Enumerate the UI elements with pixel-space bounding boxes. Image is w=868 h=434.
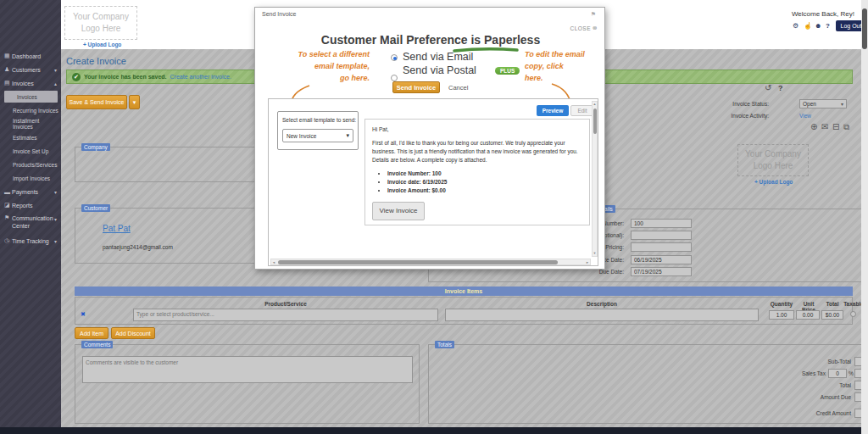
template-select-box: Select email template to send: New Invoi… — [277, 111, 359, 150]
help-icon[interactable]: ? — [826, 22, 830, 30]
plus-badge: PLUS — [495, 67, 520, 75]
sidebar-subitem-invoice-set-up[interactable]: Invoice Set Up — [0, 145, 61, 157]
sidebar-subitem-invoices[interactable]: Invoices — [4, 91, 58, 103]
horizontal-scroll-thumb[interactable] — [278, 260, 558, 264]
scroll-right-arrow[interactable]: ► — [586, 260, 589, 264]
gear-icon[interactable]: ⚙ — [793, 22, 798, 30]
save-send-invoice-button[interactable]: Save & Send Invoice — [66, 95, 127, 109]
panel-horizontal-scrollbar[interactable]: ◄ ► — [270, 259, 591, 265]
template-value: New Invoice — [287, 133, 316, 139]
pricing-field[interactable] — [631, 242, 692, 252]
chevron-down-icon: ▾ — [54, 67, 57, 73]
sidebar-subitem-import-invoices[interactable]: Import Invoices — [0, 172, 61, 184]
welcome-text: Welcome Back, Rey! — [792, 10, 854, 18]
send-via-postal-label[interactable]: Send via Postal — [403, 64, 476, 76]
product-service-input[interactable] — [133, 309, 438, 321]
invoices-icon: ▤ — [4, 80, 12, 86]
scroll-left-arrow[interactable]: ◄ — [272, 260, 275, 264]
sidebar-item-invoices[interactable]: ▤ Invoices ▴ — [0, 77, 61, 89]
vertical-scroll-thumb[interactable] — [593, 108, 597, 134]
sidebar-subitem-recurring-invoices[interactable]: Recurring Invoices — [0, 104, 61, 116]
chevron-down-icon: ▾ — [346, 132, 349, 139]
scroll-down-arrow[interactable]: ▼ — [593, 251, 597, 256]
description-input[interactable] — [445, 309, 759, 321]
page-scroll-thumb[interactable] — [862, 8, 867, 49]
col-quantity: Quantity — [767, 301, 796, 307]
upload-logo-link[interactable]: + Upload Logo — [83, 42, 121, 47]
sidebar-subitem-estimates[interactable]: Estimates — [0, 131, 61, 143]
save-send-dropdown-button[interactable]: ▾ — [129, 95, 140, 109]
email-bullet: Invoice Number: 100 — [387, 170, 582, 178]
upload-logo-link[interactable]: + Upload Logo — [754, 179, 793, 185]
feedback-hand-icon[interactable]: ☝ — [804, 22, 812, 30]
help-icon[interactable]: ? — [778, 84, 783, 92]
col-product-service: Product/Service — [133, 301, 438, 307]
sales-tax-rate-input[interactable] — [828, 369, 847, 378]
check-icon: ✔ — [72, 73, 81, 81]
company-logo-placeholder[interactable]: Your Company Logo Here — [64, 6, 137, 40]
sidebar-subitem-products-services[interactable]: Products/Services — [0, 159, 61, 170]
sidebar-item-reports[interactable]: ◪ Reports — [0, 199, 61, 211]
create-another-invoice-link[interactable]: Create another invoice. — [170, 74, 231, 80]
sidebar-item-dashboard[interactable]: ▦ Dashboard — [0, 50, 61, 62]
time-tracking-icon: ◷ — [4, 237, 12, 244]
pin-icon[interactable]: ⚑ — [591, 11, 596, 18]
mail-icon[interactable]: ✉ — [821, 122, 828, 131]
invoice-logo-placeholder[interactable]: Your Company Logo Here — [737, 144, 809, 176]
template-select[interactable]: New Invoice ▾ — [282, 129, 353, 142]
print-icon[interactable]: ⊟ — [832, 122, 839, 131]
annotation-line: go here. — [274, 72, 370, 84]
modal-title: Send Invoice — [262, 11, 296, 17]
send-invoice-modal: Send Invoice ⚑ CLOSE ⊗ Customer Mail Pre… — [254, 7, 605, 270]
add-item-button[interactable]: Add Item — [75, 327, 108, 339]
sidebar-item-time-tracking[interactable]: ◷ Time Tracking ▾ — [0, 235, 61, 247]
modal-send-invoice-button[interactable]: Send Invoice — [392, 81, 440, 93]
invoice-activity-view-link[interactable]: View — [799, 113, 811, 119]
edit-tab-button[interactable]: Edit — [570, 105, 594, 116]
send-via-email-radio[interactable] — [391, 54, 398, 61]
globe-icon[interactable]: ⊕ — [810, 122, 817, 131]
total-label: Total — [776, 382, 851, 388]
taxable-checkbox[interactable] — [850, 311, 856, 317]
cancel-link[interactable]: Cancel — [448, 84, 468, 92]
devices-icon[interactable]: ⧉ — [843, 122, 849, 132]
email-greeting: Hi Pat, — [372, 125, 582, 134]
panel-vertical-scrollbar[interactable]: ▲ ▼ — [592, 101, 598, 257]
invoice-number-field[interactable] — [631, 219, 692, 228]
annotation-line: To edit the email — [525, 48, 601, 60]
company-section-label: Company — [81, 143, 110, 151]
due-date-field[interactable] — [631, 267, 692, 276]
page-scrollbar[interactable] — [861, 0, 868, 434]
invoice-status-select[interactable]: Open ▾ — [799, 99, 847, 108]
template-select-label: Select email template to send: — [282, 117, 356, 123]
sidebar-item-label: Time Tracking — [12, 238, 49, 244]
send-via-email-label[interactable]: Send via Email — [403, 51, 473, 63]
sidebar-item-payments[interactable]: ▬ Payments ▾ — [0, 186, 61, 198]
undo-icon[interactable]: ↺ — [765, 83, 771, 92]
percent-sign: % — [849, 370, 854, 376]
chevron-down-icon: ▾ — [841, 101, 843, 107]
credit-amount-label: Credit Amount — [776, 410, 851, 416]
add-discount-button[interactable]: Add Discount — [111, 327, 155, 339]
modal-close-button[interactable]: CLOSE ⊗ — [570, 25, 598, 31]
scroll-up-arrow[interactable]: ▲ — [593, 102, 597, 107]
invoice-items-table: Product/Service Description Quantity Uni… — [75, 297, 853, 325]
sidebar-item-customers[interactable]: ♟ Customers ▾ — [0, 64, 61, 75]
total-input[interactable] — [821, 310, 843, 320]
sidebar-subitem-installment-invoices[interactable]: Installment Invoices — [0, 118, 61, 130]
user-icon[interactable]: ☻ — [815, 22, 821, 30]
quantity-input[interactable] — [769, 310, 794, 320]
invoice-status-value: Open — [803, 101, 816, 107]
delete-row-icon[interactable]: ✖ — [81, 311, 86, 318]
preview-tab-button[interactable]: Preview — [537, 105, 569, 116]
invoice-date-field[interactable] — [631, 255, 692, 264]
sidebar-item-communication-center[interactable]: ⚑ Communication Center ▾ — [0, 213, 61, 231]
totals-section: Sub-Total Sales Tax % Total Amount Due C… — [428, 344, 868, 424]
view-invoice-button[interactable]: View Invoice — [372, 202, 425, 220]
unit-price-input[interactable] — [796, 310, 820, 320]
po-number-field[interactable] — [631, 231, 692, 240]
customer-name-link[interactable]: Pat Pat — [103, 224, 131, 233]
send-via-postal-radio[interactable] — [391, 75, 398, 81]
invoice-items-bar: Invoice Items — [75, 287, 853, 296]
comments-input[interactable] — [82, 356, 413, 383]
